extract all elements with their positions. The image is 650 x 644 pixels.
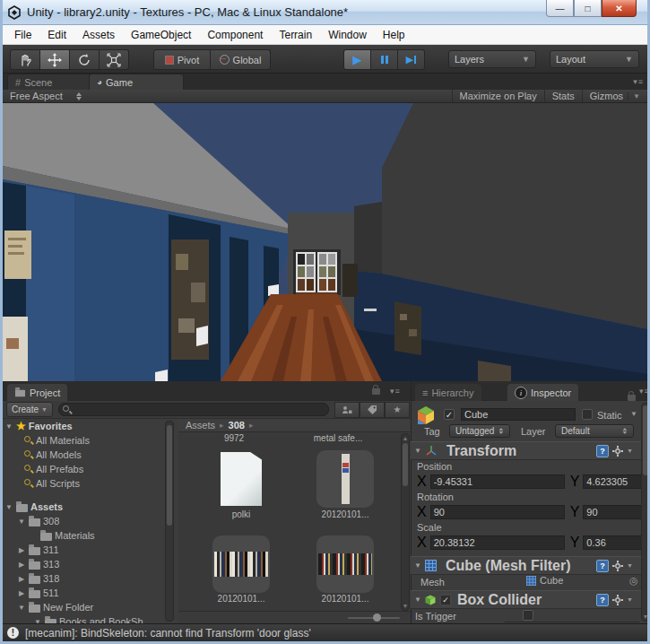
breadcrumb-root[interactable]: Assets (186, 420, 215, 431)
tree-item-materials[interactable]: Materials (3, 528, 164, 543)
tab-game[interactable]: ◕ Game (89, 74, 184, 90)
object-picker-icon[interactable]: ◎ (629, 575, 638, 587)
close-button[interactable]: ✕ (602, 0, 637, 17)
asset-label-20120101-c[interactable]: 20120101... (305, 594, 386, 604)
asset-thumb-book-spine[interactable] (316, 450, 374, 508)
tree-item-assets[interactable]: ▼Assets (3, 500, 164, 514)
grid-scrollbar-thumb[interactable] (403, 443, 408, 486)
menu-help[interactable]: Help (375, 26, 413, 44)
tree-scrollbar[interactable] (165, 421, 174, 622)
favorites-star-button[interactable]: ★ (385, 402, 410, 418)
slider-knob[interactable] (373, 614, 381, 622)
component-enabled-checkbox[interactable]: ✓ (440, 594, 452, 605)
scale-tool-button[interactable] (100, 49, 129, 70)
menu-edit[interactable]: Edit (39, 26, 74, 44)
tab-hierarchy[interactable]: ≡ Hierarchy (415, 384, 481, 401)
move-tool-button[interactable] (40, 49, 70, 70)
menu-file[interactable]: File (6, 26, 39, 44)
scroll-up-icon[interactable]: ▲ (402, 435, 409, 441)
menu-assets[interactable]: Assets (74, 26, 123, 44)
scale-y-field[interactable] (583, 535, 650, 550)
maximize-on-play-toggle[interactable]: Maximize on Play (452, 90, 544, 102)
tree-scrollbar-thumb[interactable] (167, 425, 172, 526)
rotation-y-field[interactable] (583, 505, 650, 519)
pivot-toggle-button[interactable]: Pivot (153, 49, 211, 70)
menu-gameobject[interactable]: GameObject (123, 26, 199, 44)
title-bar[interactable]: Unity - library2.unity - Textures - PC, … (3, 0, 647, 25)
asset-thumb-bookshelf-2[interactable] (316, 535, 374, 593)
tab-inspector[interactable]: i Inspector (507, 384, 578, 401)
aspect-dropdown[interactable]: Free Aspect (3, 91, 82, 101)
position-x-field[interactable] (430, 474, 565, 489)
rotate-tool-button[interactable] (70, 49, 100, 70)
tab-project[interactable]: Project (7, 384, 67, 401)
foldout-arrow-icon[interactable]: ▼ (414, 561, 421, 570)
menu-window[interactable]: Window (320, 26, 375, 44)
status-bar[interactable]: ! [mecanim]: BindSkeleton: cannot find T… (3, 623, 647, 641)
mesh-object-field[interactable]: Cube (526, 575, 563, 586)
tree-item-313[interactable]: ▶313 (3, 557, 164, 571)
menu-terrain[interactable]: Terrain (271, 26, 320, 44)
foldout-arrow-icon[interactable]: ▼ (414, 596, 421, 604)
tree-item-308[interactable]: ▼308 (3, 514, 164, 528)
maximize-button[interactable]: □ (574, 0, 602, 17)
inspector-scrollbar[interactable]: ▼ (641, 403, 650, 622)
panel-menu-icon[interactable]: ▾≡ (639, 387, 650, 396)
tree-item-311[interactable]: ▶311 (3, 543, 164, 557)
tree-item-favorites[interactable]: ▼★Favorites (3, 419, 164, 433)
tree-item-all-scripts[interactable]: All Scripts (3, 476, 164, 491)
is-trigger-checkbox[interactable] (523, 610, 533, 621)
global-toggle-button[interactable]: Global (211, 49, 271, 70)
asset-label-20120101-a[interactable]: 20120101... (305, 509, 386, 519)
position-y-field[interactable] (583, 474, 650, 489)
create-button[interactable]: Create ▼ (6, 402, 53, 417)
mesh-filter-header[interactable]: ▼ Cube (Mesh Filter) ? ▼ (411, 556, 646, 575)
layer-dropdown[interactable]: Default (555, 424, 634, 438)
box-collider-header[interactable]: ▼ ✓ Box Collider ? ▼ (411, 590, 646, 609)
step-button[interactable]: ▶ (398, 49, 425, 70)
search-by-type-button[interactable] (334, 402, 360, 418)
tree-item-511[interactable]: ▶511 (3, 586, 164, 600)
search-field[interactable] (58, 403, 329, 416)
lock-icon[interactable] (628, 395, 636, 401)
asset-thumb-bookshelf-1[interactable] (212, 535, 270, 593)
asset-label-20120101-b[interactable]: 20120101... (201, 594, 282, 604)
gear-icon[interactable] (612, 595, 623, 605)
panel-menu-icon[interactable]: ▾≡ (390, 387, 401, 396)
menu-component[interactable]: Component (199, 26, 271, 44)
inspector-scrollbar-thumb[interactable] (643, 405, 648, 475)
object-name-field[interactable] (461, 408, 576, 421)
asset-label-9972[interactable]: 9972 (194, 433, 274, 443)
tab-scene[interactable]: # Scene (7, 74, 99, 90)
hand-tool-button[interactable] (10, 49, 40, 70)
help-book-icon[interactable]: ? (596, 445, 609, 457)
gear-icon[interactable] (612, 446, 623, 457)
asset-label-polki[interactable]: polki (201, 509, 282, 519)
foldout-arrow-icon[interactable]: ▼ (414, 447, 421, 455)
help-book-icon[interactable]: ? (596, 594, 609, 606)
help-book-icon[interactable]: ? (596, 560, 609, 572)
lock-icon[interactable] (372, 388, 380, 395)
scale-x-field[interactable] (430, 535, 565, 550)
search-input[interactable] (72, 404, 325, 415)
tree-item-books-and-booksh[interactable]: ▼Books and BookSh (3, 614, 164, 623)
tree-item-318[interactable]: ▶318 (3, 571, 164, 586)
thumbnail-size-slider[interactable] (348, 617, 400, 619)
scroll-down-icon[interactable]: ▼ (402, 603, 409, 609)
tree-item-all-materials[interactable]: All Materials (3, 433, 164, 448)
minimize-button[interactable]: — (546, 0, 574, 17)
pause-button[interactable] (371, 49, 398, 70)
layers-dropdown[interactable]: Layers▼ (448, 50, 536, 68)
active-checkbox[interactable]: ✓ (444, 409, 455, 420)
transform-header[interactable]: ▼ Transform ? ▼ (411, 441, 646, 460)
gear-icon[interactable] (612, 561, 623, 571)
static-dropdown-icon[interactable]: ▼ (630, 410, 637, 418)
panel-menu-icon[interactable]: ▾≡ (633, 77, 644, 86)
layout-dropdown[interactable]: Layout▼ (550, 50, 639, 68)
tag-dropdown[interactable]: Untagged (449, 424, 510, 438)
tree-item-all-models[interactable]: All Models (3, 448, 164, 462)
asset-thumb-polki[interactable] (212, 450, 270, 508)
tree-item-new-folder[interactable]: ▼New Folder (3, 600, 164, 614)
rotation-x-field[interactable] (430, 505, 565, 519)
breadcrumb-current[interactable]: 308 (229, 420, 245, 431)
